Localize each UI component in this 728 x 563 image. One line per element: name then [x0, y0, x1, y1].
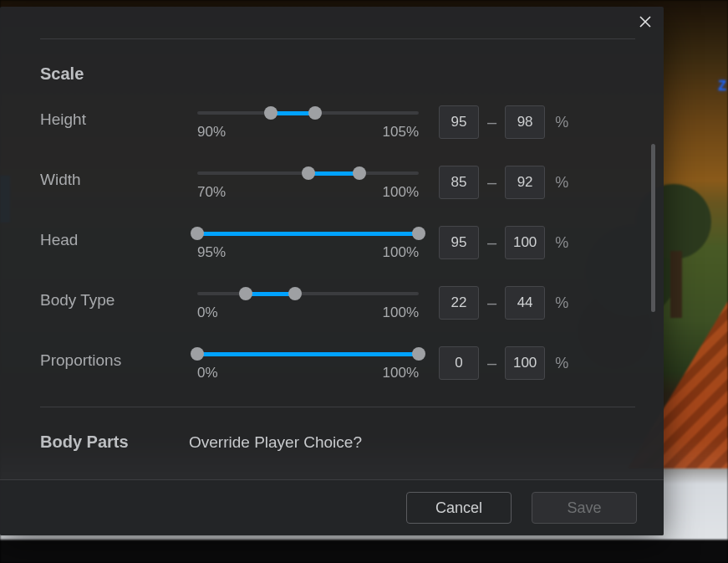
value-low-input-body-type[interactable] [440, 287, 478, 319]
slider-handle-high[interactable] [308, 106, 322, 120]
slider-min-label: 70% [197, 184, 226, 201]
row-label-width: Width [40, 166, 189, 189]
unit-label: % [555, 114, 568, 131]
scene-tree-trunk [670, 251, 682, 318]
slider-handle-low[interactable] [191, 227, 204, 240]
slider-head[interactable]: 95%100% [197, 226, 419, 261]
slider-max-label: 100% [383, 365, 419, 381]
value-low-head[interactable] [439, 226, 479, 259]
save-button: Save [532, 492, 637, 524]
value-high-body-type[interactable] [505, 286, 545, 320]
value-pair-proportions: –% [427, 346, 655, 380]
override-player-choice-label: Override Player Choice? [189, 433, 655, 452]
range-dash: – [487, 174, 496, 191]
row-label-head: Head [40, 226, 189, 249]
slider-max-label: 100% [383, 305, 419, 321]
slider-handle-low[interactable] [302, 166, 315, 180]
row-label-proportions: Proportions [40, 346, 189, 370]
slider-min-label: 90% [197, 124, 226, 141]
range-dash: – [487, 294, 496, 311]
value-high-head[interactable] [505, 226, 545, 259]
value-pair-head: –% [427, 226, 655, 259]
value-low-input-height[interactable] [440, 106, 478, 138]
slider-rail [197, 292, 419, 295]
value-high-input-height[interactable] [506, 106, 544, 138]
slider-height[interactable]: 90%105% [197, 105, 419, 141]
value-low-input-width[interactable] [440, 166, 478, 198]
slider-handle-low[interactable] [239, 287, 252, 300]
section-divider-top [40, 38, 635, 39]
slider-proportions[interactable]: 0%100% [197, 346, 419, 381]
range-dash: – [487, 114, 496, 131]
close-icon [639, 16, 651, 28]
slider-min-label: 95% [197, 244, 226, 261]
slider-handle-high[interactable] [412, 227, 425, 240]
row-label-height: Height [40, 105, 189, 129]
slider-max-label: 100% [383, 184, 419, 201]
scale-row-body-type: Body Type0%100%–% [40, 286, 655, 321]
unit-label: % [555, 294, 568, 312]
close-button[interactable] [635, 12, 655, 32]
value-pair-width: –% [427, 166, 655, 199]
slider-fill [308, 171, 360, 176]
value-low-input-head[interactable] [440, 227, 478, 258]
value-pair-height: –% [427, 105, 655, 139]
value-low-proportions[interactable] [439, 346, 479, 380]
value-high-proportions[interactable] [505, 346, 545, 380]
cancel-button-label: Cancel [435, 499, 482, 517]
scene-marker-letter: Z [718, 79, 726, 94]
scrollbar[interactable] [647, 38, 655, 479]
scale-row-head: Head95%100%–% [40, 226, 655, 261]
unit-label: % [555, 355, 568, 372]
unit-label: % [555, 234, 568, 252]
slider-max-label: 100% [383, 244, 419, 261]
section-divider-bottom [40, 407, 635, 407]
scale-row-width: Width70%100%–% [40, 166, 655, 201]
slider-body-type[interactable]: 0%100% [197, 286, 419, 321]
slider-handle-low[interactable] [191, 347, 204, 361]
modal-footer: Cancel Save [0, 479, 664, 535]
slider-width[interactable]: 70%100% [197, 166, 419, 201]
value-low-height[interactable] [439, 105, 479, 139]
slider-handle-high[interactable] [412, 347, 425, 361]
value-high-input-body-type[interactable] [506, 287, 544, 319]
value-high-input-head[interactable] [506, 227, 544, 258]
save-button-label: Save [567, 499, 601, 517]
value-low-body-type[interactable] [439, 286, 479, 320]
unit-label: % [555, 174, 568, 192]
slider-handle-high[interactable] [288, 287, 302, 300]
modal-body: Scale Height90%105%–%Width70%100%–%Head9… [0, 38, 655, 479]
value-high-input-width[interactable] [506, 166, 544, 198]
cancel-button[interactable]: Cancel [406, 492, 512, 524]
row-label-body-type: Body Type [40, 286, 189, 310]
slider-fill [197, 352, 419, 356]
scale-row-proportions: Proportions0%100%–% [40, 346, 655, 381]
scrollbar-thumb[interactable] [651, 144, 655, 311]
value-high-height[interactable] [505, 105, 545, 139]
slider-min-label: 0% [197, 305, 218, 321]
value-low-input-proportions[interactable] [440, 347, 478, 379]
section-title-scale: Scale [40, 64, 655, 84]
bottom-bar [0, 540, 728, 563]
section-title-body-parts: Body Parts [40, 432, 189, 452]
value-high-width[interactable] [505, 166, 545, 199]
value-pair-body-type: –% [427, 286, 655, 320]
range-dash: – [487, 234, 496, 251]
value-low-width[interactable] [439, 166, 479, 199]
slider-fill [246, 292, 294, 296]
slider-fill [197, 232, 419, 236]
slider-max-label: 105% [383, 124, 419, 141]
scale-row-height: Height90%105%–% [40, 105, 655, 141]
slider-handle-high[interactable] [353, 166, 366, 180]
slider-min-label: 0% [197, 365, 218, 381]
range-dash: – [487, 355, 496, 371]
avatar-settings-modal: Scale Height90%105%–%Width70%100%–%Head9… [0, 7, 664, 535]
value-high-input-proportions[interactable] [506, 347, 544, 379]
slider-handle-low[interactable] [264, 106, 277, 120]
